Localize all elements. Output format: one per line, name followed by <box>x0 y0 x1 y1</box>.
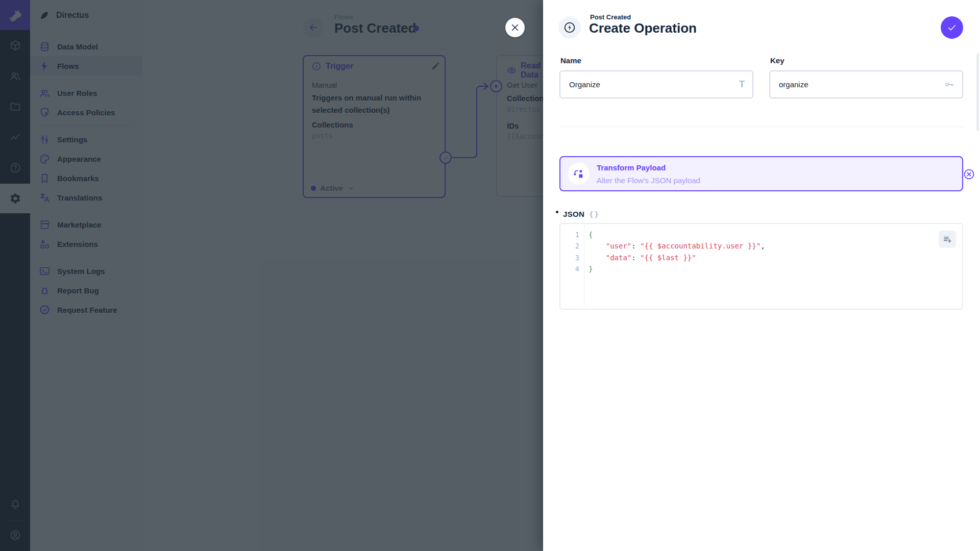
line-number: 4 <box>560 263 584 274</box>
directus-app: Flows Post Created Trigger Manual Trigge… <box>0 0 980 551</box>
code-line: "user": "{{ $accountability.user }}", <box>589 240 960 252</box>
json-code-editor[interactable]: 1234 { "user": "{{ $accountability.user … <box>559 223 963 310</box>
operation-type-subtitle: Alter the Flow's JSON payload <box>597 176 700 185</box>
json-label: JSON <box>563 210 584 218</box>
operation-type-title: Transform Payload <box>597 163 666 172</box>
key-icon <box>944 79 954 90</box>
remove-operation-type-button[interactable] <box>960 165 977 183</box>
key-label: Key <box>770 56 785 65</box>
playlist-add-icon <box>942 234 952 244</box>
transform-payload-icon <box>573 168 585 180</box>
line-number: 3 <box>560 252 584 263</box>
close-drawer-button[interactable] <box>505 18 525 37</box>
offline-bolt-icon <box>563 21 576 34</box>
code-line: "data": "{{ $last }}" <box>589 252 960 263</box>
data-object-icon: {} <box>589 210 600 218</box>
line-number: 2 <box>560 240 584 252</box>
drawer-title: Create Operation <box>589 20 697 36</box>
json-field-header: JSON {} <box>556 210 600 218</box>
save-operation-button[interactable] <box>941 16 963 39</box>
close-icon <box>509 22 521 33</box>
drawer-scrollbar[interactable] <box>976 53 979 131</box>
name-label: Name <box>560 56 581 65</box>
required-dot <box>556 211 558 213</box>
line-number: 1 <box>560 229 584 240</box>
circle-x-icon <box>963 168 975 181</box>
editor-gutter: 1234 <box>560 224 584 309</box>
check-icon <box>946 22 958 33</box>
key-input-wrap <box>769 70 963 98</box>
title-case-icon: T <box>739 79 745 90</box>
code-line: { <box>589 229 960 240</box>
name-input[interactable] <box>560 80 739 89</box>
operation-type-banner[interactable]: Transform Payload Alter the Flow's JSON … <box>559 156 963 191</box>
create-operation-drawer: Post Created Create Operation Name T Key… <box>543 0 980 551</box>
code-line: } <box>589 263 960 274</box>
drawer-breadcrumb: Post Created <box>590 13 631 21</box>
operation-header-icon <box>558 16 581 39</box>
editor-code: { "user": "{{ $accountability.user }}", … <box>589 229 960 275</box>
transform-icon-circle <box>568 163 590 185</box>
name-input-wrap: T <box>559 70 753 98</box>
section-divider <box>559 127 963 127</box>
add-lines-button[interactable] <box>939 231 956 248</box>
key-input[interactable] <box>770 80 944 89</box>
